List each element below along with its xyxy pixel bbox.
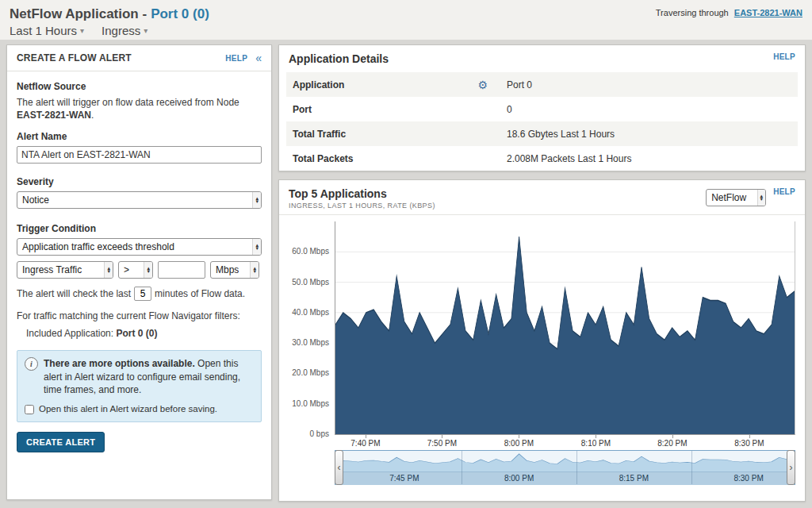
x-tick-label: 7:50 PM (427, 439, 457, 448)
panel-title: CREATE A FLOW ALERT (17, 52, 132, 64)
x-tick-label: 8:10 PM (581, 439, 611, 448)
open-in-wizard-label: Open this alert in Alert wizard before s… (39, 403, 217, 416)
help-link[interactable]: HELP (773, 52, 795, 61)
x-tick-label: 8:30 PM (734, 439, 764, 448)
y-tick-label: 20.0 Mbps (292, 368, 329, 377)
row-label: Total Traffic (293, 129, 346, 140)
select-arrows-icon: ▴▾ (144, 262, 152, 278)
netflow-source-heading: Netflow Source (17, 81, 262, 92)
metric-select[interactable]: Ingress Traffic ▴▾ (17, 261, 113, 279)
brush-divider (691, 451, 692, 484)
application-details-panel: Application Details HELP Application⚙Por… (278, 44, 806, 171)
brush-divider (462, 451, 462, 484)
traversing-info: Traversing through EAST-2821-WAN (656, 8, 802, 17)
brush-tick-label: 8:30 PM (733, 474, 763, 483)
open-in-wizard-checkbox[interactable] (25, 405, 34, 414)
table-row: Total Traffic18.6 Gbytes Last 1 Hours (286, 121, 798, 146)
severity-select[interactable]: Notice ▴▾ (17, 191, 262, 209)
traversing-label: Traversing through (656, 8, 729, 17)
table-row: Total Packets2.008M Packets Last 1 Hours (286, 146, 798, 171)
header-titles: NetFlow Application - Port 0 (0) Last 1 … (10, 6, 209, 37)
unit-value: Mbps (216, 264, 239, 275)
info-icon: i (25, 357, 38, 371)
trigger-condition-value: Application traffic exceeds threshold (22, 241, 174, 252)
infobox-bold-text: There are more options available. (44, 358, 195, 369)
direction-dropdown[interactable]: Ingress ▾ (102, 24, 147, 37)
row-label: Port (293, 104, 312, 115)
y-tick-label: 30.0 Mbps (292, 338, 329, 347)
help-link[interactable]: HELP (773, 187, 795, 196)
alert-name-heading: Alert Name (17, 131, 262, 142)
x-tick-mark (442, 435, 442, 438)
y-tick-label: 60.0 Mbps (292, 247, 329, 256)
unit-select[interactable]: Mbps ▴▾ (210, 261, 259, 279)
select-arrows-icon: ▴▾ (104, 262, 113, 278)
y-tick-label: 0 bps (310, 429, 329, 438)
brush-tick-label: 8:00 PM (504, 474, 534, 483)
chart-title: Top 5 Applications (289, 187, 435, 200)
table-row: Port0 (286, 97, 798, 121)
x-tick-mark (672, 435, 673, 438)
source-node-name: EAST-2821-WAN (17, 110, 91, 121)
brush-mini-chart-svg (335, 451, 795, 471)
row-value: 2.008M Packets Last 1 Hours (507, 153, 631, 164)
help-link[interactable]: HELP (225, 54, 247, 63)
included-application-value: Port 0 (0) (116, 328, 157, 339)
severity-heading: Severity (17, 176, 262, 187)
alert-options-infobox: i There are more options available. Open… (17, 350, 262, 422)
x-tick-label: 8:20 PM (657, 439, 687, 448)
select-arrows-icon: ▴▾ (252, 239, 261, 255)
time-range-dropdown[interactable]: Last 1 Hours ▾ (10, 24, 84, 37)
create-alert-button[interactable]: CREATE ALERT (17, 432, 105, 452)
row-value: 0 (507, 104, 512, 115)
y-tick-label: 40.0 Mbps (292, 308, 329, 317)
trigger-condition-heading: Trigger Condition (17, 223, 262, 234)
brush-divider (576, 451, 577, 484)
gear-icon[interactable]: ⚙ (477, 79, 488, 91)
main-chart (335, 221, 795, 435)
main-chart-svg (335, 221, 795, 434)
check-minutes-input[interactable] (134, 287, 151, 301)
row-value: Port 0 (507, 79, 532, 90)
row-value: 18.6 Gbytes Last 1 Hours (507, 129, 615, 140)
threshold-input[interactable] (158, 261, 205, 279)
x-tick-label: 7:40 PM (350, 439, 380, 448)
top-applications-panel: Top 5 Applications INGRESS, LAST 1 HOURS… (278, 179, 806, 502)
operator-select[interactable]: > ▴▾ (118, 261, 153, 279)
brush-right-handle[interactable]: › (787, 450, 795, 485)
x-tick-label: 8:00 PM (504, 439, 534, 448)
chart-subtitle: INGRESS, LAST 1 HOURS, RATE (KBPS) (289, 202, 435, 210)
collapse-panel-icon[interactable]: « (255, 52, 262, 64)
brush-tick-label: 7:45 PM (389, 474, 419, 483)
chart-body: 0 bps10.0 Mbps20.0 Mbps30.0 Mbps40.0 Mbp… (279, 215, 805, 485)
y-axis-labels: 0 bps10.0 Mbps20.0 Mbps30.0 Mbps40.0 Mbp… (289, 221, 335, 434)
metric-value: Ingress Traffic (22, 264, 82, 275)
brush-tick-label: 8:15 PM (619, 474, 649, 483)
page: NetFlow Application - Port 0 (0) Last 1 … (0, 0, 812, 508)
x-axis: 7:40 PM7:50 PM8:00 PM8:10 PM8:20 PM8:30 … (335, 435, 795, 450)
flow-source-select[interactable]: NetFlow ▴▾ (706, 189, 766, 206)
alert-name-input[interactable] (17, 146, 262, 164)
check-interval-line: The alert will check the last minutes of… (17, 287, 262, 301)
table-row: Application⚙Port 0 (286, 72, 798, 97)
operator-value: > (124, 264, 129, 275)
page-title-entity-link[interactable]: Port 0 (0) (151, 6, 209, 22)
traversing-node-link[interactable]: EAST-2821-WAN (734, 8, 802, 17)
trigger-condition-select[interactable]: Application traffic exceeds threshold ▴▾ (17, 238, 262, 256)
y-tick-label: 50.0 Mbps (292, 278, 329, 287)
flow-source-value: NetFlow (711, 192, 746, 203)
page-title: NetFlow Application - (10, 6, 147, 22)
included-application-line: Included Application: Port 0 (0) (26, 328, 262, 339)
time-range-brush[interactable]: 7:45 PM8:00 PM8:15 PM8:30 PM ‹ › (335, 450, 795, 485)
direction-label: Ingress (102, 24, 140, 37)
time-range-label: Last 1 Hours (10, 24, 77, 37)
brush-left-handle[interactable]: ‹ (335, 450, 343, 485)
select-arrows-icon: ▴▾ (252, 192, 261, 208)
chevron-down-icon: ▾ (80, 26, 84, 35)
flow-filters-text: For traffic matching the current Flow Na… (17, 310, 262, 321)
severity-value: Notice (22, 194, 49, 206)
select-arrows-icon: ▴▾ (757, 190, 766, 206)
y-tick-label: 10.0 Mbps (292, 399, 329, 408)
chevron-down-icon: ▾ (144, 26, 147, 35)
page-header: NetFlow Application - Port 0 (0) Last 1 … (0, 0, 812, 40)
